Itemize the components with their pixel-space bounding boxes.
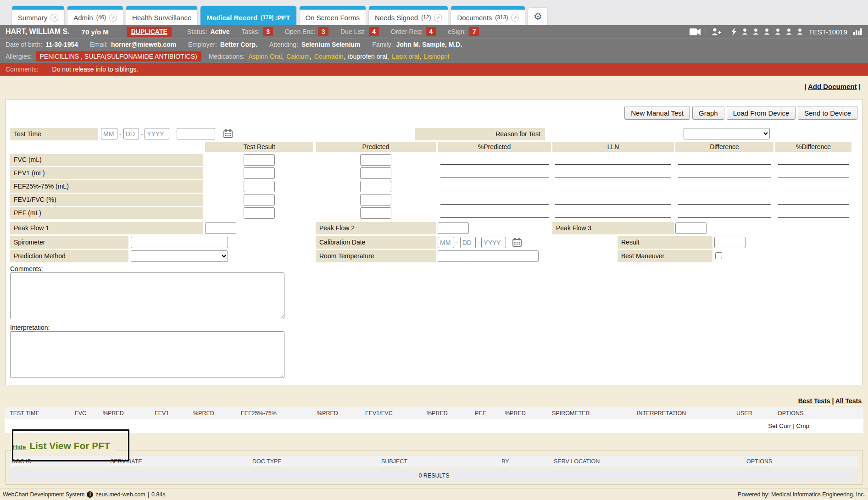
pef-predicted-input[interactable] bbox=[360, 207, 391, 219]
send-to-device-button[interactable]: Send to Device bbox=[798, 106, 857, 120]
pef-difference-line bbox=[678, 207, 771, 218]
spirometer-input[interactable] bbox=[131, 237, 228, 248]
popout-icon[interactable]: ↗ bbox=[109, 14, 117, 22]
dob-label: Date of birth: bbox=[6, 41, 42, 48]
person-icon[interactable] bbox=[775, 28, 781, 35]
person-icon[interactable] bbox=[797, 28, 803, 35]
set-curr-link[interactable]: Set Curr bbox=[768, 422, 791, 429]
tasks-count-badge[interactable]: 3 bbox=[263, 27, 273, 36]
calibration-day-input[interactable] bbox=[460, 237, 476, 248]
fev1-test-result-input[interactable] bbox=[244, 167, 275, 179]
col-fvc: FVC bbox=[75, 407, 86, 419]
medication-link[interactable]: Calcium bbox=[286, 53, 310, 60]
cmp-link[interactable]: Cmp bbox=[796, 422, 809, 429]
column-header-test-result: Test Result bbox=[205, 142, 313, 152]
tab-medical-record[interactable]: Medical Record (179) :PFT bbox=[200, 6, 296, 25]
calendar-icon[interactable] bbox=[512, 238, 522, 247]
annotation-rectangle bbox=[12, 429, 129, 461]
duplicate-badge[interactable]: DUPLICATE bbox=[127, 27, 172, 37]
interpretation-textarea[interactable] bbox=[10, 331, 284, 378]
allergies-badge[interactable]: PENICILLINS , SULFA(SULFONAMIDE ANTIBIOT… bbox=[36, 51, 201, 61]
doc-col-doc-type[interactable]: DOC TYPE bbox=[252, 456, 282, 467]
person-icon[interactable] bbox=[753, 28, 759, 35]
calibration-month-input[interactable] bbox=[438, 237, 454, 248]
due-list-count-badge[interactable]: 4 bbox=[369, 27, 379, 36]
tab-count: (12) bbox=[421, 14, 431, 21]
calibration-date-group: - - bbox=[438, 237, 522, 248]
person-icon[interactable] bbox=[742, 28, 748, 35]
popout-icon[interactable]: ↗ bbox=[50, 14, 58, 22]
medication-link[interactable]: Lisinopril bbox=[424, 53, 449, 60]
test-time-day-input[interactable] bbox=[123, 128, 139, 139]
popout-icon[interactable]: ↗ bbox=[434, 14, 442, 22]
pef-test-result-input[interactable] bbox=[244, 207, 275, 219]
add-document-link[interactable]: Add Document bbox=[808, 83, 857, 90]
medication-link[interactable]: Coumadin bbox=[314, 53, 344, 60]
allergies-label: Allergies: bbox=[6, 53, 32, 60]
due-list-label: Due List: bbox=[340, 28, 366, 35]
best-maneuver-checkbox[interactable] bbox=[715, 252, 722, 259]
peak-flow-1-input[interactable] bbox=[205, 222, 236, 234]
comments-label: Comments: bbox=[6, 66, 39, 73]
doc-col-options[interactable]: OPTIONS bbox=[746, 456, 772, 467]
esign-count-badge[interactable]: 7 bbox=[469, 27, 479, 36]
peak-flow-3-input[interactable] bbox=[675, 222, 707, 234]
doc-col-serv-location[interactable]: SERV LOCATION bbox=[554, 456, 600, 467]
prediction-method-select[interactable] bbox=[131, 250, 228, 262]
add-person-icon[interactable] bbox=[711, 28, 721, 35]
fev1-predicted-input[interactable] bbox=[360, 167, 391, 179]
tab-on-screen-forms[interactable]: On Screen Forms bbox=[300, 6, 366, 25]
form-comments-textarea[interactable] bbox=[10, 272, 284, 319]
tab-admin[interactable]: Admin (46) ↗ bbox=[67, 6, 123, 25]
lightning-icon[interactable] bbox=[731, 28, 737, 36]
tab-documents[interactable]: Documents (313) ↗ bbox=[451, 6, 525, 25]
reason-for-test-select[interactable] bbox=[684, 128, 770, 139]
ratio-test-result-input[interactable] bbox=[244, 194, 275, 206]
fef-test-result-input[interactable] bbox=[244, 181, 275, 192]
tab-label: Medical Record bbox=[206, 14, 257, 22]
patient-name: HART, WILLIAM S. bbox=[6, 28, 70, 36]
all-tests-link[interactable]: All Tests bbox=[835, 397, 862, 405]
fev1-percent-predicted-line bbox=[440, 167, 549, 178]
test-time-time-input[interactable] bbox=[177, 128, 215, 139]
test-time-month-input[interactable] bbox=[101, 128, 117, 139]
tab-needs-signed[interactable]: Needs Signed (12) ↗ bbox=[369, 6, 448, 25]
pft-toolbar: New Manual Test Graph Load From Device S… bbox=[624, 106, 857, 120]
popout-icon[interactable]: ↗ bbox=[511, 14, 519, 22]
add-document-row: | Add Document | bbox=[804, 83, 861, 90]
video-camera-icon[interactable] bbox=[690, 28, 701, 35]
peak-flow-2-input[interactable] bbox=[438, 222, 469, 234]
email-label: Email: bbox=[90, 41, 108, 48]
document-list-empty-row: 0 RESULTS bbox=[10, 470, 858, 482]
tab-summary[interactable]: Summary ↗ bbox=[12, 6, 64, 25]
fef-predicted-input[interactable] bbox=[360, 181, 391, 192]
settings-tab[interactable]: ⚙ bbox=[528, 8, 547, 25]
doc-col-subject[interactable]: SUBJECT bbox=[381, 456, 407, 467]
calibration-year-input[interactable] bbox=[481, 237, 506, 248]
tab-health-surveillance[interactable]: Health Surveillance bbox=[126, 6, 197, 25]
order-req-count-badge[interactable]: 4 bbox=[426, 27, 436, 36]
load-from-device-button[interactable]: Load From Device bbox=[727, 106, 796, 120]
medication-separator: , bbox=[419, 53, 421, 60]
calendar-icon[interactable] bbox=[223, 129, 233, 138]
medication-link[interactable]: ibuprofen oral bbox=[348, 53, 387, 60]
best-tests-link[interactable]: Best Tests bbox=[798, 397, 830, 405]
result-input[interactable] bbox=[714, 237, 746, 248]
medication-link[interactable]: Lasix oral bbox=[392, 53, 419, 60]
room-temperature-input[interactable] bbox=[438, 250, 539, 262]
new-manual-test-button[interactable]: New Manual Test bbox=[624, 106, 690, 120]
col-pred-3: %PRED bbox=[317, 407, 338, 419]
graph-button[interactable]: Graph bbox=[692, 106, 724, 120]
open-enc-count-badge[interactable]: 3 bbox=[318, 27, 328, 36]
medication-link[interactable]: Aspirin Oral bbox=[248, 53, 282, 60]
fvc-test-result-input[interactable] bbox=[244, 154, 275, 166]
person-icon[interactable] bbox=[786, 28, 792, 35]
ratio-predicted-input[interactable] bbox=[360, 194, 391, 206]
date-dash: - bbox=[141, 130, 143, 138]
bar-chart-icon[interactable] bbox=[853, 28, 862, 35]
person-icon[interactable] bbox=[764, 28, 770, 35]
fvc-predicted-input[interactable] bbox=[360, 154, 391, 166]
doc-col-by[interactable]: BY bbox=[501, 456, 509, 467]
info-icon[interactable]: i bbox=[87, 491, 93, 498]
test-time-year-input[interactable] bbox=[145, 128, 169, 139]
